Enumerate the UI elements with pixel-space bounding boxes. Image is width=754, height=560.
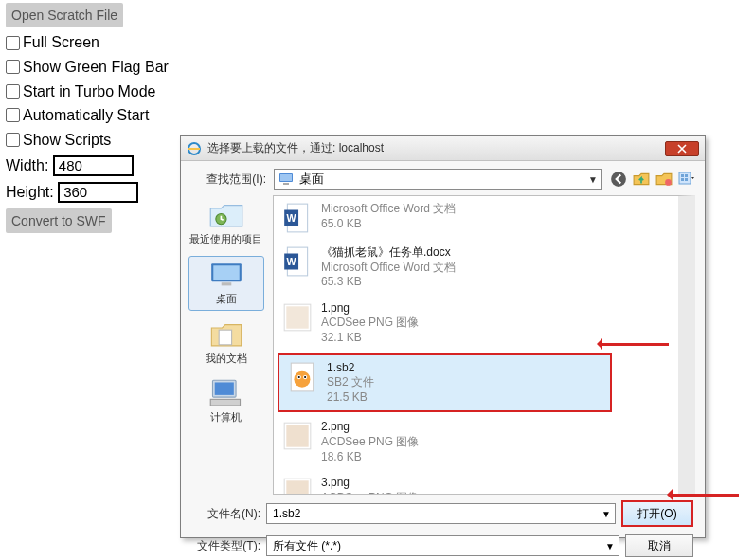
height-label: Height: [6, 184, 54, 200]
file-name: 1.sb2 [327, 361, 374, 376]
sidebar-item-label: 桌面 [216, 292, 237, 306]
scroll-down-icon[interactable]: ▼ [679, 479, 694, 494]
open-scratch-button[interactable]: Open Scratch File [6, 3, 123, 27]
new-folder-icon[interactable] [655, 171, 673, 188]
file-open-dialog: 选择要上载的文件，通过: localhost 查找范围(I): 桌面 ▼ 最近使… [180, 135, 706, 538]
checkbox-label: Show Green Flag Bar [23, 55, 169, 80]
checkbox-auto-start[interactable]: Automatically Start [6, 103, 169, 128]
width-input[interactable]: 480 [53, 155, 134, 176]
chevron-down-icon: ▼ [601, 509, 611, 519]
back-icon[interactable] [610, 171, 627, 188]
desktop-icon [208, 261, 244, 289]
checkbox-show-scripts[interactable]: Show Scripts [6, 128, 169, 153]
svg-text:W: W [287, 212, 296, 224]
file-size: 21.5 KB [327, 390, 374, 406]
file-name: 《猫抓老鼠》任务单.docx [321, 245, 456, 261]
filetype-value: 所有文件 (*.*) [273, 538, 341, 554]
sidebar-item-label: 计算机 [210, 410, 242, 425]
word-icon: W [281, 245, 314, 278]
file-size: 65.0 KB [321, 217, 456, 232]
scroll-up-icon[interactable]: ▲ [679, 196, 694, 211]
titlebar[interactable]: 选择要上载的文件，通过: localhost [181, 136, 705, 161]
scrollbar-thumb[interactable] [680, 225, 693, 272]
svg-rect-34 [286, 425, 308, 447]
computer-icon [208, 379, 244, 407]
dialog-footer: 文件名(N): 1.sb2 ▼ 打开(O) 文件类型(T): 所有文件 (*.*… [181, 495, 705, 560]
list-item[interactable]: 3.png ACDSee PNG 图像 19.3 KB [274, 470, 678, 495]
file-name: 1.png [321, 301, 419, 316]
close-button[interactable] [665, 141, 699, 156]
svg-rect-7 [681, 174, 684, 177]
checkbox-icon [6, 84, 20, 99]
cancel-button[interactable]: 取消 [625, 534, 693, 557]
checkbox-label: Show Scripts [23, 128, 111, 153]
file-name: 2.png [321, 420, 419, 435]
sidebar-item-recent[interactable]: 最近使用的项目 [188, 197, 264, 250]
sidebar-item-computer[interactable]: 计算机 [188, 375, 264, 428]
svg-rect-17 [214, 383, 233, 395]
checkbox-icon [6, 60, 20, 74]
file-name: 3.png [321, 476, 419, 491]
word-icon: W [281, 202, 314, 234]
desktop-icon [278, 172, 294, 186]
view-menu-icon[interactable] [678, 171, 695, 188]
filename-input[interactable]: 1.sb2 ▼ [266, 503, 616, 524]
recent-icon [208, 201, 244, 229]
svg-point-28 [294, 370, 310, 387]
height-input[interactable]: 360 [58, 182, 138, 203]
up-folder-icon[interactable] [633, 171, 650, 188]
list-item[interactable]: 2.png ACDSee PNG 图像 18.6 KB [274, 414, 678, 470]
width-label: Width: [6, 157, 48, 173]
range-label: 查找范围(I): [190, 172, 266, 188]
checkbox-turbo-mode[interactable]: Start in Turbo Mode [6, 80, 169, 104]
settings-panel: Open Scratch File Full Screen Show Green… [6, 3, 169, 236]
svg-rect-10 [685, 178, 688, 181]
convert-swf-button[interactable]: Convert to SWF [6, 208, 112, 233]
file-size: 32.1 KB [321, 331, 419, 346]
svg-point-5 [665, 179, 672, 186]
location-dropdown[interactable]: 桌面 ▼ [274, 169, 602, 190]
ie-icon [187, 141, 202, 156]
svg-point-4 [611, 172, 626, 187]
filename-value: 1.sb2 [273, 507, 300, 520]
location-toolbar: 查找范围(I): 桌面 ▼ [181, 161, 705, 193]
places-sidebar: 最近使用的项目 桌面 我的文档 计算机 [181, 193, 271, 495]
checkbox-icon [6, 133, 20, 147]
svg-rect-8 [685, 174, 688, 177]
svg-rect-36 [286, 480, 308, 495]
sidebar-item-documents[interactable]: 我的文档 [188, 316, 264, 370]
file-type: SB2 文件 [327, 375, 374, 390]
file-type: ACDSee PNG 图像 [321, 316, 419, 331]
checkbox-label: Automatically Start [23, 103, 149, 128]
checkbox-label: Full Screen [23, 30, 99, 55]
checkbox-show-green-flag[interactable]: Show Green Flag Bar [6, 55, 169, 80]
checkbox-icon [6, 36, 20, 50]
image-icon [281, 420, 314, 452]
sb2-icon [287, 361, 319, 393]
annotation-arrow [673, 494, 739, 497]
sidebar-item-desktop[interactable]: 桌面 [188, 256, 264, 311]
file-type: Microsoft Office Word 文档 [321, 261, 456, 276]
list-item[interactable]: W Microsoft Office Word 文档 65.0 KB [274, 196, 678, 240]
open-button[interactable]: 打开(O) [621, 500, 693, 527]
file-size: 65.3 KB [321, 275, 456, 290]
list-item[interactable]: W 《猫抓老鼠》任务单.docx Microsoft Office Word 文… [274, 240, 678, 296]
file-type: ACDSee PNG 图像 [321, 491, 419, 495]
svg-rect-15 [219, 331, 231, 346]
chevron-down-icon: ▼ [588, 174, 598, 185]
checkbox-full-screen[interactable]: Full Screen [6, 30, 169, 55]
checkbox-label: Start in Turbo Mode [23, 80, 156, 104]
location-name: 桌面 [299, 171, 324, 188]
documents-icon [208, 320, 244, 349]
list-item-selected[interactable]: 1.sb2 SB2 文件 21.5 KB [278, 353, 612, 413]
sidebar-item-label: 最近使用的项目 [189, 232, 262, 246]
file-type: Microsoft Office Word 文档 [321, 202, 456, 217]
image-icon [281, 476, 314, 495]
svg-rect-9 [681, 178, 684, 181]
svg-rect-2 [280, 174, 292, 181]
svg-rect-3 [283, 183, 289, 185]
filetype-dropdown[interactable]: 所有文件 (*.*) ▼ [266, 535, 619, 556]
svg-text:W: W [287, 256, 296, 267]
svg-rect-26 [286, 306, 308, 328]
svg-point-32 [304, 376, 306, 378]
